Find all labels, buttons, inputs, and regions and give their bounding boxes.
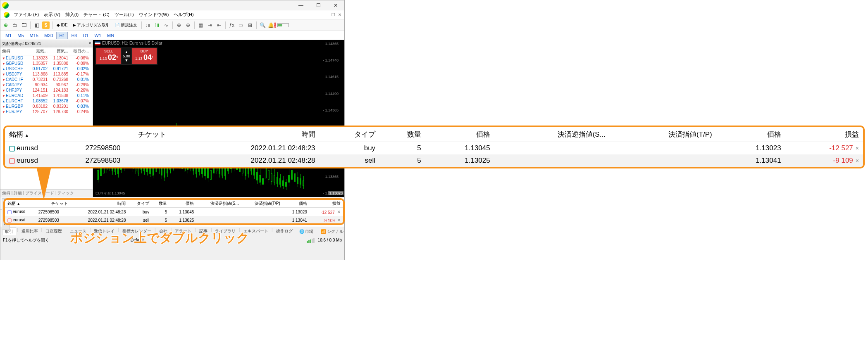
symbols-icon[interactable]: ◧: [33, 21, 41, 29]
new-order-button[interactable]: 📄 新規注文: [113, 21, 139, 29]
market-watch-row[interactable]: CADCHF0.732310.732680.01%: [0, 77, 93, 82]
position-row[interactable]: eurusd2725985002022.01.21 02:48:23buy51.…: [5, 208, 343, 216]
market-watch-row[interactable]: EURCHF1.036521.03678-0.07%: [0, 98, 93, 104]
position-row[interactable]: eurusd2725985002022.01.21 02:48:23buy51.…: [5, 142, 863, 155]
bell-icon[interactable]: 🔔1: [268, 21, 276, 29]
candlestick-icon[interactable]: ⫿⫿: [153, 21, 161, 29]
tf-h1[interactable]: H1: [56, 32, 68, 39]
positions-col-header[interactable]: 時間: [170, 127, 320, 142]
menu-window[interactable]: ウインドウ(W): [136, 11, 172, 19]
menu-minimize-icon[interactable]: —: [324, 12, 329, 18]
tf-m1[interactable]: M1: [3, 32, 14, 39]
position-row[interactable]: eurusd2725985032022.01.21 02:48:28sell51…: [5, 216, 343, 224]
market-watch-row[interactable]: USDCHF0.917020.917210.02%: [0, 66, 93, 71]
tf-h4[interactable]: H4: [69, 32, 79, 39]
close-position-icon[interactable]: ×: [856, 145, 859, 152]
dollar-icon[interactable]: $: [42, 21, 50, 29]
market-watch-row[interactable]: EURGBP0.831820.832010.03%: [0, 104, 93, 109]
zoom-in-icon[interactable]: ⊕: [175, 21, 183, 29]
close-position-icon[interactable]: ×: [337, 209, 341, 215]
market-watch-row[interactable]: GBPUSD1.358571.35880-0.09%: [0, 61, 93, 66]
positions-col-header[interactable]: 銘柄: [5, 127, 81, 142]
positions-col-header[interactable]: チケット: [81, 127, 170, 142]
templates-icon[interactable]: ▭: [237, 21, 245, 29]
mw-col-ask[interactable]: 買気...: [48, 48, 68, 54]
chart-shift-icon[interactable]: ⇤: [215, 21, 223, 29]
positions-col-header[interactable]: 時間: [70, 200, 128, 208]
market-watch-row[interactable]: EURUSD1.130231.13041-0.06%: [0, 55, 93, 61]
sell-button[interactable]: SELL 1.13 023: [96, 48, 121, 64]
terminal-tab[interactable]: 口座履歴: [43, 228, 64, 235]
close-position-icon[interactable]: ×: [856, 157, 859, 164]
market-watch-close-icon[interactable]: ×: [88, 41, 91, 47]
market-watch-row[interactable]: EURCAD1.415091.415380.11%: [0, 93, 93, 98]
save-icon[interactable]: 🗔: [20, 21, 28, 29]
menu-view[interactable]: 表示 (V): [41, 11, 63, 19]
ide-button[interactable]: ◆ IDE: [55, 22, 69, 28]
grid-icon[interactable]: ▦: [197, 21, 205, 29]
algo-trading-button[interactable]: ▶ アルゴリズム取引: [71, 21, 112, 29]
terminal-tab-市場[interactable]: 🌐 市場: [297, 228, 316, 235]
buy-button[interactable]: BUY 1.13 041: [132, 48, 157, 64]
positions-col-header[interactable]: 価格: [169, 200, 196, 208]
tf-mn[interactable]: MN: [105, 32, 117, 39]
positions-col-header[interactable]: 価格: [716, 127, 785, 142]
bar-chart-icon[interactable]: ⫾⫾: [144, 21, 152, 29]
maximize-button[interactable]: ☐: [310, 0, 327, 10]
positions-col-header[interactable]: 損益: [310, 200, 343, 208]
market-watch-row[interactable]: USDJPY113.868113.885-0.17%: [0, 71, 93, 77]
mw-col-bid[interactable]: 売気...: [27, 48, 48, 54]
mw-col-symbol[interactable]: 銘柄: [2, 48, 27, 54]
menu-tools[interactable]: ツール(T): [112, 11, 136, 19]
positions-col-header[interactable]: 決済逆指値(S...: [494, 127, 610, 142]
minimize-button[interactable]: —: [292, 0, 310, 10]
positions-col-header[interactable]: 銘柄 ▲: [5, 200, 36, 208]
menu-file[interactable]: ファイル (F): [11, 11, 41, 19]
tf-d1[interactable]: D1: [81, 32, 91, 39]
lot-input[interactable]: ▲5.00▼: [122, 48, 131, 64]
new-chart-icon[interactable]: ⊕: [2, 21, 10, 29]
market-watch-row[interactable]: EURJPY128.707128.730-0.24%: [0, 109, 93, 114]
menu-insert[interactable]: 挿入(I): [63, 11, 81, 19]
positions-col-header[interactable]: タイプ: [128, 200, 152, 208]
terminal-tab[interactable]: 運用比率: [19, 228, 41, 235]
positions-col-header[interactable]: 決済指値(T/P): [241, 200, 283, 208]
positions-col-header[interactable]: タイプ: [320, 127, 380, 142]
market-watch-row[interactable]: CADJPY90.93490.967-0.29%: [0, 82, 93, 88]
price-scale: - 1.14865- 1.14740- 1.14615- 1.14490- 1.…: [323, 40, 343, 197]
tf-w1[interactable]: W1: [92, 32, 104, 39]
positions-col-header[interactable]: 数量: [379, 127, 425, 142]
menubar: ファイル (F) 表示 (V) 挿入(I) チャート (C) ツール(T) ウイ…: [0, 10, 344, 19]
zoom-out-icon[interactable]: ⊖: [184, 21, 192, 29]
close-button[interactable]: ✕: [327, 0, 344, 10]
market-watch-row[interactable]: CHFJPY124.151124.183-0.26%: [0, 88, 93, 93]
positions-col-header[interactable]: 損益: [785, 127, 863, 142]
positions-col-header[interactable]: 決済逆指値(S...: [196, 200, 241, 208]
mw-col-daily[interactable]: 毎日の...: [68, 48, 89, 54]
terminal-tab-シグナル[interactable]: 📶 シグナル: [318, 228, 344, 235]
tf-m15[interactable]: M15: [27, 32, 41, 39]
close-position-icon[interactable]: ×: [337, 217, 341, 223]
autoscroll-icon[interactable]: ⇥: [206, 21, 214, 29]
positions-col-header[interactable]: 決済指値(T/P): [610, 127, 716, 142]
menu-chart[interactable]: チャート (C): [81, 11, 112, 19]
positions-col-header[interactable]: 価格: [425, 127, 494, 142]
folder-icon[interactable]: 🗀: [11, 21, 19, 29]
positions-col-header[interactable]: チケット: [36, 200, 71, 208]
indicators-icon[interactable]: ƒx: [228, 21, 236, 29]
search-icon[interactable]: 🔍: [259, 21, 267, 29]
line-chart-icon[interactable]: ∿: [162, 21, 170, 29]
terminal-tab[interactable]: 操作ログ: [274, 228, 295, 235]
tf-m5[interactable]: M5: [15, 32, 26, 39]
tf-m30[interactable]: M30: [42, 32, 55, 39]
menu-help[interactable]: ヘルプ(H): [171, 11, 196, 19]
positions-col-header[interactable]: 価格: [283, 200, 310, 208]
position-row[interactable]: eurusd2725985032022.01.21 02:48:28sell51…: [5, 154, 863, 167]
menu-restore-icon[interactable]: ❐: [330, 12, 336, 18]
window-controls: — ☐ ✕: [292, 0, 344, 10]
chart-panel[interactable]: EURUSD, H1: Euro vs US Dollar SELL 1.13 …: [93, 40, 344, 197]
menu-close-icon[interactable]: ✕: [337, 12, 343, 18]
battery-icon: [277, 23, 289, 27]
objects-icon[interactable]: ⊞: [246, 21, 254, 29]
positions-col-header[interactable]: 数量: [152, 200, 169, 208]
